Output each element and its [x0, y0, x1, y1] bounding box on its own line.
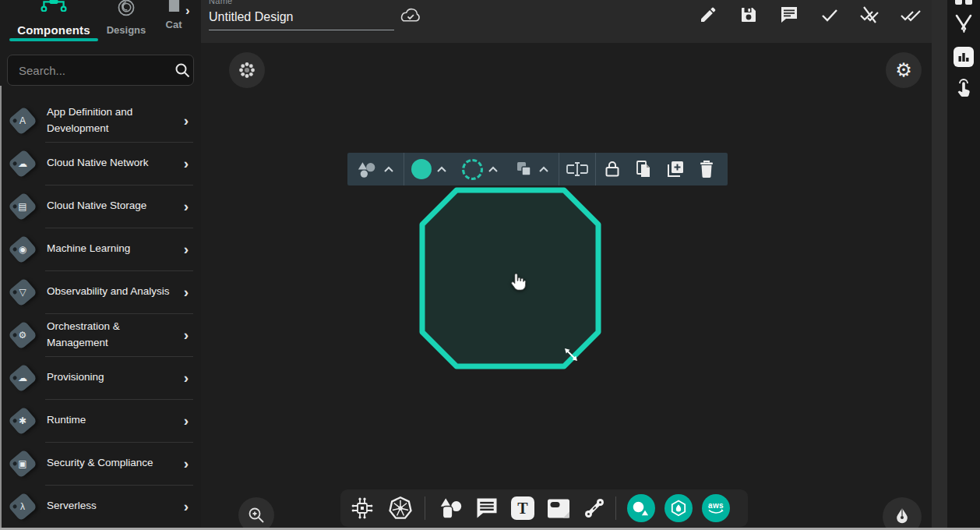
stroke-style-swatch-icon: [462, 159, 483, 180]
chevron-up-icon: [436, 166, 447, 173]
hexagon-library-button[interactable]: [664, 494, 693, 522]
duplicate-node-button[interactable]: [660, 153, 691, 186]
category-row[interactable]: ▽ Observability and Analysis ›: [0, 270, 201, 313]
category-label: Cloud Native Storage: [47, 198, 146, 214]
chevron-right-icon[interactable]: ›: [184, 156, 189, 171]
text-tool-icon[interactable]: T: [511, 496, 534, 520]
category-label: Orchestration & Management: [47, 319, 181, 352]
edit-icon[interactable]: [697, 4, 719, 26]
delete-node-button[interactable]: [691, 153, 722, 186]
resize-handle[interactable]: [562, 346, 580, 363]
component-category-list: A App Definition and Development › ☁ Clo…: [0, 99, 201, 530]
rename-node-button[interactable]: [559, 153, 595, 186]
lock-node-button[interactable]: [596, 153, 629, 186]
copy-node-button[interactable]: [629, 153, 660, 186]
right-rail: [947, 0, 980, 530]
design-name-label: Name: [209, 0, 233, 5]
category-tag-icon: ▣: [6, 447, 39, 480]
category-row[interactable]: A App Definition and Development ›: [0, 99, 201, 142]
tab-catalog[interactable]: Cat: [160, 0, 188, 30]
dismiss-checks-icon[interactable]: [859, 4, 881, 26]
category-tag-icon: ☁: [6, 362, 39, 394]
duplicate-plus-icon: [666, 160, 685, 178]
zoom-in-button[interactable]: [238, 497, 274, 530]
check-all-icon[interactable]: [900, 4, 922, 26]
columns-icon[interactable]: [955, 0, 972, 5]
search-input[interactable]: [8, 64, 174, 77]
stroke-style-button[interactable]: [454, 153, 506, 186]
chevron-right-icon[interactable]: ›: [184, 499, 189, 514]
fill-color-swatch-icon: [411, 159, 432, 179]
freeze-layout-button[interactable]: [229, 52, 265, 88]
dock-divider: [425, 496, 425, 520]
comment-icon[interactable]: [778, 4, 800, 26]
chevron-right-icon[interactable]: ›: [184, 456, 189, 471]
check-icon[interactable]: [819, 4, 841, 26]
shapes-icon: [357, 161, 379, 178]
category-tag-icon: ▽: [6, 276, 39, 309]
chevron-up-icon: [383, 166, 394, 173]
components-flow-icon: [6, 0, 101, 12]
search-icon[interactable]: [174, 62, 191, 79]
tab-components-label: Components: [6, 23, 101, 37]
smart-connect-icon[interactable]: [350, 496, 375, 521]
category-label: Observability and Analysis: [47, 284, 170, 300]
tab-components[interactable]: Components: [6, 0, 101, 37]
tab-designs[interactable]: Designs: [103, 0, 150, 36]
chevron-right-icon[interactable]: ›: [184, 413, 189, 428]
chevron-right-icon[interactable]: ›: [184, 242, 189, 256]
trash-icon: [699, 160, 714, 178]
category-row[interactable]: ✱ Runtime ›: [0, 399, 201, 442]
design-header: Name: [201, 0, 932, 43]
tabs-overflow-chevron-icon[interactable]: ›: [185, 3, 190, 19]
category-row[interactable]: λ Serverless ›: [0, 485, 201, 528]
node-context-toolbar: [347, 153, 728, 186]
shapes-tool-icon[interactable]: [436, 496, 464, 521]
cloud-saved-icon: [399, 6, 422, 25]
chevron-right-icon[interactable]: ›: [184, 284, 189, 299]
chevron-right-icon[interactable]: ›: [184, 327, 189, 342]
category-tag-icon: ▤: [6, 190, 39, 223]
arrange-layers-button[interactable]: [506, 153, 559, 186]
category-label: Runtime: [47, 412, 86, 429]
fill-color-button[interactable]: [404, 153, 454, 186]
category-label: Serverless: [47, 498, 97, 514]
zoom-in-icon: [247, 506, 266, 525]
tab-catalog-label: Cat: [160, 19, 188, 30]
designs-rose-icon: [103, 0, 150, 17]
shape-picker-button[interactable]: [347, 153, 404, 186]
category-row[interactable]: ▣ Security & Compliance ›: [0, 442, 201, 485]
category-row[interactable]: ▤ Cloud Native Storage ›: [0, 185, 201, 228]
canvas-settings-button[interactable]: ⚙: [886, 52, 922, 88]
save-icon[interactable]: [738, 4, 760, 26]
bar-chart-icon: [957, 50, 971, 64]
dashboard-chart-button[interactable]: [954, 47, 974, 67]
category-label: App Definition and Development: [47, 104, 181, 137]
note-tool-icon[interactable]: [547, 497, 570, 520]
category-row[interactable]: ☁ Provisioning ›: [0, 356, 201, 399]
category-label: Security & Compliance: [47, 455, 153, 472]
category-tag-icon: λ: [6, 490, 39, 523]
aws-library-button[interactable]: aws: [702, 494, 730, 522]
component-search: [7, 55, 194, 86]
chevron-up-icon: [538, 166, 549, 173]
touch-interaction-icon[interactable]: [954, 76, 973, 99]
kubernetes-icon[interactable]: [387, 495, 414, 521]
chevron-right-icon[interactable]: ›: [184, 199, 189, 214]
category-row[interactable]: ⚙ Orchestration & Management ›: [0, 313, 201, 356]
category-row[interactable]: ☁ Cloud Native Network ›: [0, 142, 201, 185]
components-sidebar: Components Designs Cat ›: [0, 0, 201, 530]
design-name-input[interactable]: [209, 8, 394, 30]
chevron-right-icon[interactable]: ›: [184, 113, 189, 128]
edge-tool-icon[interactable]: [583, 496, 606, 520]
validate-icon[interactable]: [954, 14, 974, 35]
lock-icon: [604, 160, 621, 178]
design-canvas[interactable]: ⚙: [201, 43, 932, 530]
pen-tool-button[interactable]: [883, 497, 922, 530]
category-row[interactable]: ◉ Machine Learning ›: [0, 228, 201, 270]
shapes-library-button[interactable]: [627, 494, 655, 522]
comment-tool-icon[interactable]: [475, 496, 499, 520]
chevron-right-icon[interactable]: ›: [184, 370, 189, 385]
category-label: Machine Learning: [47, 241, 130, 257]
canvas-scrollbar[interactable]: [932, 0, 947, 530]
